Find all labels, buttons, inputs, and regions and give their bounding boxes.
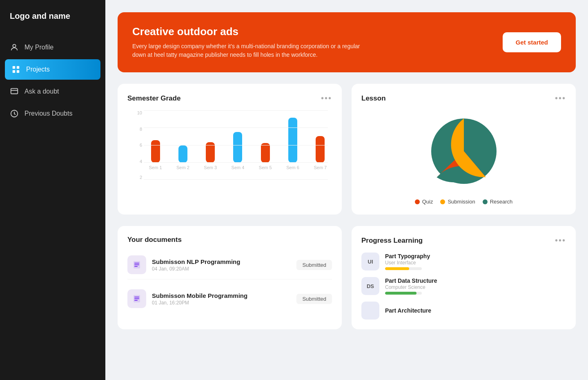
legend-research-dot [483,199,488,204]
bottom-grid: Your documents Submisson NLP Programming [118,226,576,329]
documents-card: Your documents Submisson NLP Programming [118,226,342,329]
semester-grade-card: Semester Grade ••• 10 8 6 4 2 [118,84,342,215]
doc-info-mobile: Submisson Mobile Programming 01 Jan, 16:… [152,292,291,306]
pie-chart [423,110,505,192]
top-grid: Semester Grade ••• 10 8 6 4 2 [118,84,576,215]
progress-fill-ds [385,292,416,295]
sidebar-item-previous-doubts[interactable]: Previous Doubts [0,103,105,124]
progress-name-ui: Part Typography [385,253,566,259]
legend-quiz-label: Quiz [422,199,433,205]
doc-list: Submisson NLP Programming 04 Jan, 09:20A… [127,250,332,313]
semester-grade-title: Semester Grade [127,94,180,103]
svg-rect-4 [17,70,19,73]
chart-grid-lines [144,110,328,180]
progress-badge-ds: DS [361,277,379,295]
progress-list: UI Part Typography User Interface DS Par… [361,253,566,320]
svg-point-0 [13,45,16,47]
documents-title: Your documents [127,236,332,244]
pie-legend: Quiz Submission Research [361,199,566,205]
svg-rect-5 [11,89,18,94]
legend-submission-dot [440,199,445,204]
lesson-header: Lesson ••• [361,94,566,103]
get-started-button[interactable]: Get started [503,32,561,52]
progress-learning-menu[interactable]: ••• [555,236,566,245]
progress-badge-ui: UI [361,253,379,270]
svg-rect-15 [134,298,139,299]
doc-status-mobile: Submitted [296,294,332,304]
doc-date-nlp: 04 Jan, 09:20AM [152,266,291,272]
progress-learning-card: Progress Learning ••• UI Part Typography… [352,226,576,329]
doc-status-nlp: Submitted [296,260,332,270]
svg-rect-11 [134,264,139,265]
banner-description: Every large design company whether it's … [132,42,361,59]
progress-info-arch: Part Architecture [385,307,566,314]
progress-info-ds: Part Data Structure Computer Science [385,277,566,295]
svg-rect-12 [134,266,138,267]
sidebar-item-label-ask-a-doubt: Ask a doubt [24,88,59,95]
svg-rect-2 [17,66,19,69]
progress-subject-ds: Computer Science [385,284,566,290]
ask-doubt-icon [10,87,19,96]
legend-research-label: Research [490,199,513,205]
clock-icon [10,109,19,118]
legend-submission-label: Submission [448,199,475,205]
svg-rect-14 [134,297,139,297]
bar-chart-container: 10 8 6 4 2 Sem [127,110,332,192]
sidebar-item-label-previous-doubts: Previous Doubts [24,110,72,117]
doc-name-mobile: Submisson Mobile Programming [152,292,291,299]
lesson-menu[interactable]: ••• [555,94,566,103]
progress-name-arch: Part Architecture [385,307,566,314]
progress-bar-ui [385,267,422,270]
doc-svg-mobile [132,294,142,304]
progress-fill-ui [385,267,409,270]
doc-info-nlp: Submisson NLP Programming 04 Jan, 09:20A… [152,258,291,272]
banner-text: Creative outdoor ads Every large design … [132,25,361,59]
sidebar: Logo and name My Profile Projects [0,0,105,380]
semester-grade-header: Semester Grade ••• [127,94,332,103]
sidebar-item-label-projects: Projects [26,66,50,73]
progress-learning-title: Progress Learning [361,237,423,245]
doc-icon-nlp [127,255,146,274]
y-label-6: 6 [140,143,142,148]
legend-quiz: Quiz [415,199,433,205]
doc-svg-nlp [132,260,142,270]
semester-grade-menu[interactable]: ••• [321,94,332,103]
doc-name-nlp: Submisson NLP Programming [152,258,291,265]
pie-chart-container [361,110,566,192]
progress-subject-ui: User Interface [385,260,566,266]
lesson-title: Lesson [361,94,386,103]
y-label-4: 4 [140,159,142,164]
sidebar-logo: Logo and name [0,0,105,31]
projects-icon [11,65,20,74]
progress-learning-header: Progress Learning ••• [361,236,566,245]
progress-bar-ds [385,292,422,295]
y-axis-labels: 10 8 6 4 2 [127,110,142,180]
profile-icon [10,43,19,52]
progress-name-ds: Part Data Structure [385,277,566,284]
y-label-2: 2 [140,175,142,180]
banner-title: Creative outdoor ads [132,25,361,38]
progress-item-ds: DS Part Data Structure Computer Science [361,277,566,295]
sidebar-item-ask-a-doubt[interactable]: Ask a doubt [0,81,105,102]
sidebar-item-my-profile[interactable]: My Profile [0,37,105,58]
svg-rect-1 [13,66,15,69]
legend-submission: Submission [440,199,475,205]
doc-date-mobile: 01 Jan, 16:20PM [152,300,291,306]
sidebar-item-label-my-profile: My Profile [24,44,53,51]
lesson-card: Lesson ••• [352,84,576,215]
svg-rect-10 [134,263,139,264]
doc-icon-mobile [127,289,146,308]
svg-rect-3 [13,70,15,73]
progress-item-arch: Part Architecture [361,302,566,320]
doc-item-nlp: Submisson NLP Programming 04 Jan, 09:20A… [127,250,332,279]
progress-item-ui: UI Part Typography User Interface [361,253,566,270]
svg-rect-16 [134,300,138,301]
sidebar-item-projects[interactable]: Projects [5,59,100,80]
legend-quiz-dot [415,199,420,204]
progress-info-ui: Part Typography User Interface [385,253,566,270]
sidebar-nav: My Profile Projects Ask a doubt [0,31,105,130]
y-label-8: 8 [140,127,142,132]
y-label-10: 10 [137,110,142,115]
banner: Creative outdoor ads Every large design … [118,12,576,72]
main-content: Creative outdoor ads Every large design … [105,0,588,380]
